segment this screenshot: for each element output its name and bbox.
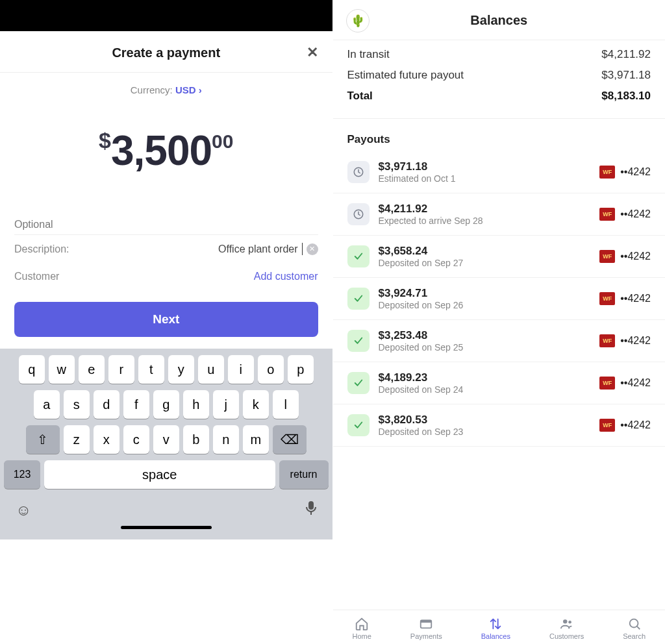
key-d[interactable]: d: [94, 390, 119, 419]
key-l[interactable]: l: [273, 390, 299, 419]
tab-label: Balances: [481, 632, 510, 640]
payout-row[interactable]: $4,189.23Deposited on Sep 24WF••4242: [333, 362, 666, 404]
payout-row[interactable]: $4,211.92Expected to arrive Sep 28WF••42…: [333, 193, 666, 236]
key-u[interactable]: u: [198, 355, 224, 384]
balances-header: 🌵 Balances: [333, 0, 666, 40]
account-mask: ••4242: [620, 208, 651, 220]
key-q[interactable]: q: [19, 355, 45, 384]
modal-header: Create a payment ✕: [0, 35, 332, 73]
description-input[interactable]: Office plant order: [218, 243, 297, 255]
key-p[interactable]: p: [288, 355, 314, 384]
bank-badge: WF: [599, 208, 615, 221]
payout-amount: $4,189.23: [379, 371, 591, 384]
clock-icon: [347, 161, 370, 183]
balances-screen: 🌵 Balances In transit $4,211.92 Estimate…: [333, 0, 666, 644]
bank-badge: WF: [599, 166, 615, 179]
future-payout-row: Estimated future payout $3,971.18: [347, 65, 651, 86]
tab-balances[interactable]: Balances: [481, 617, 510, 640]
chevron-right-icon: ›: [199, 84, 202, 95]
add-customer-link[interactable]: Add customer: [254, 271, 318, 282]
payout-account: WF••4242: [599, 377, 651, 390]
check-icon: [347, 372, 370, 394]
balance-summary: In transit $4,211.92 Estimated future pa…: [333, 40, 666, 119]
currency-value: USD: [175, 84, 196, 95]
key-y[interactable]: y: [168, 355, 194, 384]
key-v[interactable]: v: [153, 425, 179, 454]
key-s[interactable]: s: [64, 390, 90, 419]
key-z[interactable]: z: [64, 425, 90, 454]
payout-amount: $3,658.24: [379, 245, 591, 258]
text-cursor: [302, 243, 303, 255]
key-j[interactable]: j: [213, 390, 239, 419]
svg-point-6: [629, 619, 638, 628]
payout-row[interactable]: $3,253.48Deposited on Sep 25WF••4242: [333, 320, 666, 362]
key-h[interactable]: h: [183, 390, 209, 419]
key-b[interactable]: b: [183, 425, 209, 454]
key-n[interactable]: n: [213, 425, 239, 454]
account-avatar[interactable]: 🌵: [346, 9, 370, 32]
payout-row[interactable]: $3,924.71Deposited on Sep 26WF••4242: [333, 278, 666, 320]
payout-row[interactable]: $3,971.18Estimated on Oct 1WF••4242: [333, 151, 666, 193]
tab-label: Payments: [410, 632, 442, 640]
tab-search[interactable]: Search: [623, 617, 646, 640]
page-title: Balances: [470, 13, 527, 28]
svg-point-4: [563, 619, 567, 623]
payout-row[interactable]: $3,658.24Deposited on Sep 27WF••4242: [333, 236, 666, 278]
tab-home[interactable]: Home: [352, 617, 371, 640]
key-backspace[interactable]: ⌫: [273, 425, 307, 454]
key-m[interactable]: m: [243, 425, 269, 454]
amount-display[interactable]: $3,50000: [0, 99, 332, 214]
clear-icon[interactable]: ✕: [307, 243, 318, 255]
description-row[interactable]: Description: Office plant order ✕: [14, 235, 318, 263]
tab-label: Customers: [549, 632, 584, 640]
payout-subtext: Deposited on Sep 25: [379, 342, 591, 353]
key-shift[interactable]: ⇧: [26, 425, 60, 454]
key-r[interactable]: r: [108, 355, 134, 384]
clock-icon: [347, 203, 370, 225]
in-transit-row: In transit $4,211.92: [347, 44, 651, 65]
key-a[interactable]: a: [34, 390, 60, 419]
currency-selector[interactable]: Currency: USD ›: [0, 73, 332, 99]
key-t[interactable]: t: [138, 355, 164, 384]
key-e[interactable]: e: [79, 355, 105, 384]
check-icon: [347, 330, 370, 352]
key-space[interactable]: space: [44, 460, 275, 489]
key-k[interactable]: k: [243, 390, 269, 419]
tab-payments[interactable]: Payments: [410, 617, 442, 640]
close-icon[interactable]: ✕: [307, 44, 318, 61]
emoji-icon[interactable]: ☺: [16, 501, 32, 519]
payout-account: WF••4242: [599, 250, 651, 263]
key-return[interactable]: return: [279, 460, 329, 489]
key-x[interactable]: x: [94, 425, 119, 454]
total-label: Total: [347, 90, 373, 103]
payouts-list: $3,971.18Estimated on Oct 1WF••4242$4,21…: [333, 151, 666, 447]
key-g[interactable]: g: [153, 390, 179, 419]
account-mask: ••4242: [620, 335, 651, 347]
future-payout-label: Estimated future payout: [347, 69, 464, 82]
payout-amount: $4,211.92: [379, 203, 591, 216]
key-w[interactable]: w: [49, 355, 75, 384]
tab-label: Home: [352, 632, 371, 640]
create-payment-screen: Create a payment ✕ Currency: USD › $3,50…: [0, 0, 333, 644]
payout-account: WF••4242: [599, 292, 651, 305]
account-mask: ••4242: [620, 377, 651, 389]
key-o[interactable]: o: [258, 355, 284, 384]
payout-amount: $3,253.48: [379, 329, 591, 342]
check-icon: [347, 288, 370, 310]
customer-row[interactable]: Customer Add customer: [14, 263, 318, 290]
key-i[interactable]: i: [228, 355, 254, 384]
key-f[interactable]: f: [123, 390, 149, 419]
future-payout-value: $3,971.18: [601, 69, 651, 82]
home-indicator[interactable]: [121, 526, 212, 529]
payout-row[interactable]: $3,820.53Deposited on Sep 23WF••4242: [333, 404, 666, 447]
key-c[interactable]: c: [123, 425, 149, 454]
account-mask: ••4242: [620, 166, 651, 178]
check-icon: [347, 414, 370, 436]
tab-customers[interactable]: Customers: [549, 617, 584, 640]
modal-title: Create a payment: [112, 45, 220, 60]
amount-minor: 00: [212, 130, 233, 152]
mic-icon[interactable]: [305, 501, 317, 519]
optional-heading: Optional: [14, 214, 318, 235]
next-button[interactable]: Next: [14, 302, 318, 337]
key-123[interactable]: 123: [4, 460, 40, 489]
